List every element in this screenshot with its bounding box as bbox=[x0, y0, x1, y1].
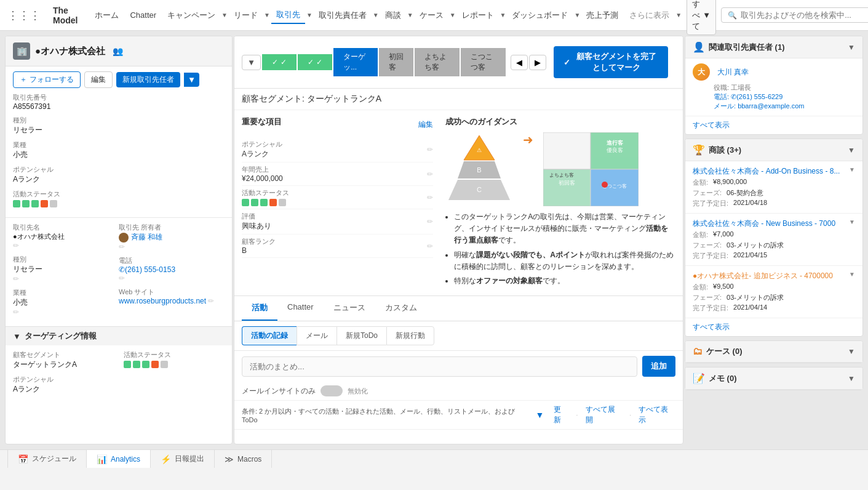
edit-pencil-3[interactable]: ✏ bbox=[13, 308, 19, 316]
edit-pencil-4[interactable]: ✏ bbox=[119, 243, 125, 251]
evaluation-edit[interactable]: ✏ bbox=[427, 217, 433, 226]
search-input[interactable] bbox=[741, 10, 868, 20]
account-industry2-label: 業種 bbox=[13, 288, 114, 297]
step-target[interactable]: ターゲッ... bbox=[333, 48, 378, 76]
filter-condition-row: 条件: 2 か月以内・すべての活動・記録された活動、メール、行動、リストメール、… bbox=[234, 401, 683, 430]
nav-lead[interactable]: リード ▼ bbox=[229, 7, 270, 23]
nav-contact[interactable]: 取引先責任者 ▼ bbox=[314, 7, 379, 23]
filter-dropdown-icon[interactable]: ▼ bbox=[536, 410, 544, 420]
edit-fields-link[interactable]: 編集 bbox=[418, 119, 433, 130]
email-toggle[interactable] bbox=[321, 385, 343, 396]
svg-text:B: B bbox=[477, 166, 482, 174]
deals-show-all[interactable]: すべて表示 bbox=[685, 318, 862, 336]
field-row-evaluation: 評価 興味あり ✏ bbox=[242, 209, 433, 235]
contacts-show-all[interactable]: すべて表示 bbox=[685, 116, 862, 134]
targeting-section-header[interactable]: ▼ ターゲティング情報 bbox=[6, 326, 232, 345]
bottom-tab-schedule[interactable]: 📅 スケジュール bbox=[7, 450, 87, 468]
nav-forecast[interactable]: 売上予測 bbox=[581, 7, 623, 23]
rank-field-label: 顧客ランク bbox=[242, 237, 276, 246]
contact-item: 大 大川 真幸 役職: 工場長 電話: ✆(261) 555-6229 メール:… bbox=[685, 58, 862, 116]
deal-caret-0[interactable]: ▼ bbox=[849, 166, 855, 177]
account-website-value[interactable]: www.roseburgproducts.net bbox=[119, 297, 206, 305]
deals-card-caret[interactable]: ▼ bbox=[848, 146, 855, 155]
seg-prev-button[interactable]: ◀ bbox=[511, 55, 528, 70]
add-activity-button[interactable]: 追加 bbox=[642, 356, 675, 377]
follow-button[interactable]: ＋ フォローする bbox=[13, 71, 81, 88]
search-type-selector[interactable]: すべて ▼ bbox=[687, 0, 716, 35]
subtab-record[interactable]: 活動の記録 bbox=[242, 326, 297, 345]
tab-activity[interactable]: 活動 bbox=[242, 296, 277, 321]
account-activity-row: 活動ステータス bbox=[13, 190, 225, 207]
deal-caret-2[interactable]: ▼ bbox=[849, 271, 855, 281]
nav-case[interactable]: ケース ▼ bbox=[415, 7, 456, 23]
nav-account[interactable]: 取引先 ▼ bbox=[271, 7, 313, 24]
subtab-email[interactable]: メール bbox=[297, 326, 336, 345]
nav-chatter[interactable]: Chatter bbox=[125, 8, 161, 22]
activity-input[interactable] bbox=[242, 356, 637, 377]
dot-3 bbox=[31, 200, 39, 207]
account-header: 🏢 ●オハナ株式会社 👥 bbox=[6, 36, 232, 66]
rank-edit[interactable]: ✏ bbox=[427, 242, 433, 251]
evaluation-field-label: 評価 bbox=[242, 212, 271, 221]
filter-update-link[interactable]: 更新 bbox=[554, 404, 568, 425]
tab-news[interactable]: ニュース bbox=[324, 296, 375, 321]
step-first[interactable]: 初回客 bbox=[379, 48, 414, 76]
new-contact-button[interactable]: 新規取引先任者 bbox=[116, 72, 180, 87]
edit-button[interactable]: 編集 bbox=[84, 71, 113, 88]
account-activity-label: 活動ステータス bbox=[13, 190, 225, 199]
memos-card-caret[interactable]: ▼ bbox=[848, 374, 855, 383]
filter-expand-link[interactable]: すべて展開 bbox=[586, 404, 623, 425]
nav-report[interactable]: レポート ▼ bbox=[457, 7, 506, 23]
nav-home[interactable]: ホーム bbox=[90, 7, 124, 23]
app-name: The Model bbox=[53, 6, 78, 25]
deal-caret-1[interactable]: ▼ bbox=[849, 219, 855, 229]
segment-expand-button[interactable]: ▼ bbox=[242, 55, 261, 70]
subtab-todo[interactable]: 新規ToDo bbox=[336, 326, 386, 345]
account-industry-label: 業種 bbox=[13, 140, 225, 150]
sales-edit[interactable]: ✏ bbox=[427, 170, 433, 179]
edit-pencil-6[interactable]: ✏ bbox=[208, 297, 214, 305]
seg-next-button[interactable]: ▶ bbox=[529, 55, 546, 70]
subtab-action[interactable]: 新規行動 bbox=[386, 326, 434, 345]
pyramid-area: ⚠ B C ➜ bbox=[445, 132, 675, 206]
top-navigation: ⋮⋮⋮ The Model ホーム Chatter キャンペーン ▼ リード ▼… bbox=[0, 0, 868, 31]
mark-complete-button[interactable]: ✓ 顧客セグメントを完了としてマーク bbox=[554, 46, 668, 78]
potential-edit[interactable]: ✏ bbox=[427, 145, 433, 154]
rank-field-value: B bbox=[242, 246, 276, 255]
search-bar[interactable]: 🔍 bbox=[721, 7, 868, 23]
nav-deal[interactable]: 商談 ▼ bbox=[380, 7, 413, 23]
grid-icon[interactable]: ⋮⋮⋮ bbox=[7, 9, 41, 22]
nav-campaign[interactable]: キャンペーン ▼ bbox=[162, 7, 228, 23]
contacts-card-caret[interactable]: ▼ bbox=[848, 43, 855, 52]
deal-item-0: 株式会社佐々木商会 - Add-On Business - 8... ▼ 金額:… bbox=[685, 161, 862, 214]
important-section: 重要な項目 編集 ポテンシャル Aランク ✏ 年間売上 ¥24,000,000 bbox=[234, 110, 683, 296]
contact-name-link[interactable]: 大川 真幸 bbox=[717, 67, 749, 78]
edit-pencil-2[interactable]: ✏ bbox=[13, 275, 19, 283]
account-industry2-value: 小売 bbox=[13, 297, 114, 308]
filter-show-all-link[interactable]: すべて表示 bbox=[639, 404, 675, 425]
edit-pencil-5[interactable]: ✏ bbox=[119, 274, 125, 283]
nav-more[interactable]: さらに表示 ▼ bbox=[624, 7, 682, 23]
bottom-tab-macros[interactable]: ≫ Macros bbox=[215, 450, 272, 468]
account-settings-icon[interactable]: 👥 bbox=[113, 46, 123, 56]
activity-dots-2 bbox=[124, 361, 225, 368]
account-actions: ＋ フォローする 編集 新規取引先任者 ▼ bbox=[6, 66, 232, 93]
main-layout: 🏢 ●オハナ株式会社 👥 ＋ フォローする 編集 新規取引先任者 ▼ 取引先番号… bbox=[0, 31, 868, 449]
step-yochi[interactable]: よちよち客 bbox=[415, 48, 460, 76]
nav-dashboard[interactable]: ダッシュボード ▼ bbox=[507, 7, 580, 23]
edit-pencil-1[interactable]: ✏ bbox=[13, 241, 19, 250]
account-website-row: Web サイト www.roseburgproducts.net ✏ bbox=[119, 287, 220, 305]
tab-chatter[interactable]: Chatter bbox=[277, 296, 324, 321]
bottom-tab-daily[interactable]: ⚡ 日報提出 bbox=[151, 450, 215, 468]
cases-card: 🗂 ケース (0) ▼ bbox=[685, 340, 863, 363]
dot2-5 bbox=[161, 361, 168, 368]
activity-edit[interactable]: ✏ bbox=[427, 193, 433, 202]
step-kotsu[interactable]: こつこつ客 bbox=[461, 48, 506, 76]
search-type-label: すべて bbox=[692, 0, 700, 32]
targeting-section-label: ターゲティング情報 bbox=[25, 331, 97, 342]
bottom-tab-analytics[interactable]: 📊 Analytics bbox=[87, 450, 151, 468]
cases-card-caret[interactable]: ▼ bbox=[848, 347, 855, 356]
new-contact-dropdown[interactable]: ▼ bbox=[184, 73, 199, 87]
activity-tabs: 活動 Chatter ニュース カスタム bbox=[234, 296, 683, 321]
tab-custom[interactable]: カスタム bbox=[375, 296, 427, 321]
